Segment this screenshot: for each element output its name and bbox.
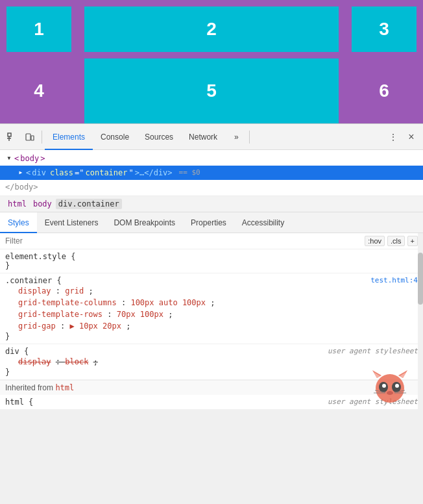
grid-cell-5: 5	[84, 58, 339, 123]
svg-rect-3	[26, 134, 30, 140]
dom-tree: ▼ <body> ▶ < div class =" container " >……	[0, 150, 423, 196]
val-block: block	[65, 357, 88, 366]
dom-row-body[interactable]: ▼ <body>	[0, 151, 423, 166]
toolbar-right: ⋮ ×	[384, 128, 420, 146]
scrollbar-thumb[interactable]	[418, 253, 423, 305]
triangle-body[interactable]: ▼	[5, 155, 13, 162]
styles-panel: :hov .cls + element.style { } .container…	[0, 233, 423, 410]
div-source: user agent stylesheet	[328, 347, 418, 355]
bc-body[interactable]: body	[30, 199, 54, 209]
inherited-from: html	[55, 383, 74, 392]
add-style-btn[interactable]: +	[407, 236, 418, 246]
dom-row-container[interactable]: ▶ < div class =" container " >…</div> ==…	[0, 166, 423, 180]
container-source[interactable]: test.html:4	[370, 276, 418, 284]
svg-point-14	[387, 391, 393, 395]
prop-display-block: display	[18, 357, 51, 366]
svg-point-12	[382, 384, 386, 388]
tab-styles[interactable]: Styles	[0, 212, 37, 233]
css-rule-html: html { user agent stylesheet	[0, 395, 423, 410]
dom-row-body-close[interactable]: </body>	[0, 180, 423, 194]
prop-gtc: grid-template-columns	[18, 298, 117, 307]
css-rule-element-style: element.style { }	[0, 249, 423, 273]
tab-properties[interactable]: Properties	[183, 212, 234, 233]
element-style-selector: element.style {	[5, 252, 75, 261]
grid-cell-6: 6	[352, 58, 417, 123]
tab-sources[interactable]: Sources	[137, 124, 181, 150]
grid-cell-4: 4	[6, 58, 71, 123]
val-gtc: 100px auto 100px	[130, 298, 206, 307]
filter-input[interactable]	[5, 236, 362, 246]
cat-decoration	[367, 369, 413, 405]
tab-event-listeners[interactable]: Event Listeners	[37, 212, 106, 233]
cls-btn[interactable]: .cls	[387, 236, 405, 246]
bc-container[interactable]: div.container	[56, 199, 122, 209]
prop-gtr: grid-template-rows	[18, 310, 103, 319]
devtools-panel: Elements Console Sources Network » ⋮ × ▼…	[0, 123, 423, 410]
html-selector: html {	[5, 397, 33, 407]
grid-cell-3: 3	[352, 6, 417, 52]
svg-point-13	[395, 384, 399, 388]
toolbar-sep-2	[249, 131, 250, 144]
tab-accessibility[interactable]: Accessibility	[234, 212, 292, 233]
close-devtools-btn[interactable]: ×	[402, 128, 420, 146]
val-gap: ▶ 10px 20px	[69, 321, 121, 331]
inspect-icon-btn[interactable]	[3, 128, 21, 146]
tab-console[interactable]: Console	[93, 124, 137, 150]
prop-display: display	[18, 286, 51, 296]
css-rule-div: div { user agent stylesheet display : bl…	[0, 344, 423, 380]
tab-elements[interactable]: Elements	[45, 124, 93, 150]
filter-bar: :hov .cls +	[0, 233, 423, 249]
panel-tabs: Styles Event Listeners DOM Breakpoints P…	[0, 212, 423, 233]
device-toggle-btn[interactable]	[21, 128, 39, 146]
val-grid: grid	[65, 286, 84, 296]
tab-more[interactable]: »	[226, 124, 247, 150]
tab-network[interactable]: Network	[181, 124, 225, 150]
scrollbar-track[interactable]	[418, 233, 423, 410]
css-rules: element.style { } .container { test.html…	[0, 249, 423, 410]
preview-area: 1 2 3 4 5 6	[0, 0, 423, 123]
breadcrumb: html body div.container	[0, 196, 423, 212]
svg-rect-0	[8, 133, 11, 136]
grid-cell-1: 1	[6, 6, 71, 52]
svg-rect-4	[31, 136, 34, 140]
hov-btn[interactable]: :hov	[365, 236, 385, 246]
grid-cell-2: 2	[84, 6, 339, 52]
devtools-toolbar: Elements Console Sources Network » ⋮ ×	[0, 124, 423, 150]
bc-html[interactable]: html	[5, 199, 29, 209]
more-options-btn[interactable]: ⋮	[384, 128, 402, 146]
inherited-header: Inherited from html	[0, 380, 423, 395]
prop-gap: grid-gap	[18, 321, 56, 331]
tab-dom-breakpoints[interactable]: DOM Breakpoints	[106, 212, 183, 233]
div-selector: div {	[5, 347, 29, 356]
val-gtr: 70px 100px	[117, 310, 163, 319]
dom-section: ▼ <body> ▶ < div class =" container " >……	[0, 150, 423, 212]
css-rule-container: .container { test.html:4 display : grid …	[0, 273, 423, 344]
container-selector: .container {	[5, 276, 62, 285]
toolbar-sep-1	[42, 131, 42, 144]
triangle-container[interactable]: ▶	[17, 169, 25, 177]
